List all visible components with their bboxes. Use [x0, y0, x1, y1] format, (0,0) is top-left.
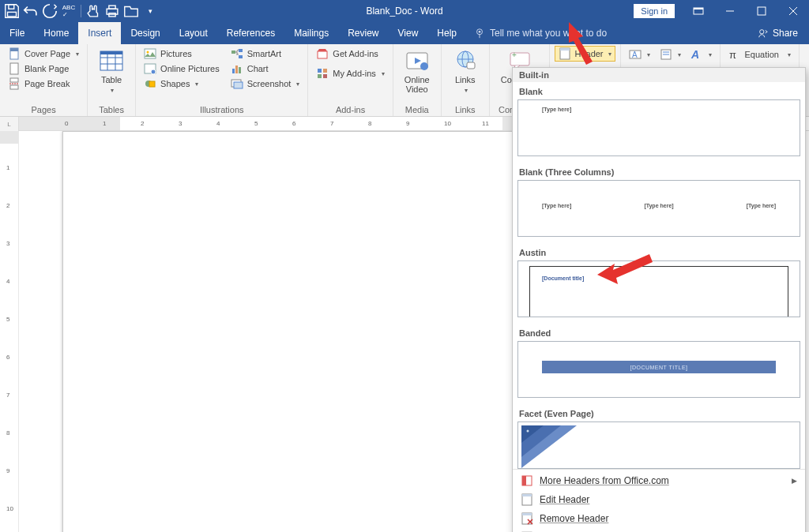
- group-label-addins: Add-ins: [308, 105, 392, 116]
- svg-rect-8: [758, 7, 766, 15]
- hand-icon[interactable]: [85, 2, 102, 20]
- text-box-button[interactable]: A▾: [626, 47, 653, 62]
- svg-point-30: [151, 69, 156, 74]
- ribbon-display-icon[interactable]: [683, 0, 714, 22]
- tab-references[interactable]: References: [217, 22, 284, 44]
- shapes-icon: [144, 77, 156, 90]
- ribbon-tabs: File Home Insert Design Layout Reference…: [0, 22, 809, 44]
- gallery-item-label: Facet (Even Page): [517, 404, 800, 421]
- close-icon[interactable]: [777, 0, 809, 22]
- gallery-item-blank[interactable]: [Type here]: [517, 99, 800, 156]
- minimize-icon[interactable]: [714, 0, 746, 22]
- tab-design[interactable]: Design: [121, 22, 169, 44]
- my-addins-button[interactable]: My Add-ins▾: [313, 66, 387, 81]
- redo-icon[interactable]: [41, 2, 58, 20]
- shapes-button[interactable]: Shapes▾: [141, 77, 223, 91]
- svg-point-28: [147, 51, 149, 54]
- svg-rect-36: [232, 69, 235, 73]
- tab-insert[interactable]: Insert: [78, 22, 121, 44]
- window-title: Blank_Doc - Word: [366, 6, 442, 17]
- smartart-button[interactable]: SmartArt: [228, 47, 303, 61]
- cover-page-icon: [8, 47, 21, 60]
- screenshot-icon: [231, 77, 243, 90]
- save-icon[interactable]: [3, 2, 21, 20]
- header-gallery-dropdown: Built-in Blank [Type here] Blank (Three …: [512, 67, 806, 532]
- svg-rect-27: [145, 49, 156, 58]
- page[interactable]: [62, 131, 513, 532]
- signin-button[interactable]: Sign in: [634, 4, 675, 18]
- facet-triangle-icon: [521, 425, 577, 468]
- svg-rect-44: [318, 74, 322, 78]
- tab-review[interactable]: Review: [338, 22, 388, 44]
- blank-page-button[interactable]: Blank Page: [5, 62, 82, 76]
- more-headers-button[interactable]: More Headers from Office.com ▶: [513, 471, 805, 490]
- group-media: Online Video Media: [393, 44, 442, 116]
- equation-button[interactable]: π Equation▾: [725, 47, 794, 62]
- office-icon: [521, 474, 533, 487]
- print-icon[interactable]: [103, 2, 121, 20]
- tab-view[interactable]: View: [389, 22, 428, 44]
- svg-point-13: [479, 31, 481, 33]
- gallery-item-blank-three-columns[interactable]: [Type here] [Type here] [Type here]: [517, 180, 800, 237]
- svg-rect-45: [323, 74, 327, 78]
- pictures-button[interactable]: Pictures: [141, 47, 223, 61]
- svg-rect-35: [239, 55, 243, 58]
- edit-header-button[interactable]: Edit Header: [513, 490, 805, 509]
- svg-rect-26: [100, 51, 122, 54]
- page-break-icon: [8, 77, 21, 90]
- banded-title-bar: [DOCUMENT TITLE]: [542, 361, 776, 373]
- gallery-item-facet-even[interactable]: [517, 421, 800, 469]
- svg-point-14: [760, 30, 764, 34]
- svg-rect-51: [467, 62, 475, 69]
- wordart-button[interactable]: A▾: [687, 47, 715, 62]
- svg-text:π: π: [729, 49, 736, 61]
- table-button[interactable]: Table▾: [92, 47, 130, 96]
- maximize-icon[interactable]: [746, 0, 777, 22]
- share-button[interactable]: Share: [747, 22, 809, 44]
- tab-mailings[interactable]: Mailings: [284, 22, 338, 44]
- svg-rect-17: [10, 63, 18, 74]
- page-break-button[interactable]: Page Break: [5, 77, 82, 91]
- share-label: Share: [773, 28, 798, 39]
- qat-customize-icon[interactable]: ▾: [141, 2, 159, 20]
- group-label-tables: Tables: [88, 105, 135, 116]
- svg-rect-16: [10, 48, 18, 51]
- gallery-item-banded[interactable]: [DOCUMENT TITLE]: [517, 341, 800, 398]
- svg-rect-37: [235, 66, 238, 73]
- pictures-icon: [144, 47, 156, 60]
- online-pictures-icon: [144, 62, 156, 75]
- svg-text:+: +: [512, 51, 517, 59]
- remove-header-button[interactable]: Remove Header: [513, 509, 805, 528]
- links-button[interactable]: Links▾: [446, 47, 484, 96]
- tab-home[interactable]: Home: [34, 22, 78, 44]
- group-tables: Table▾ Tables: [88, 44, 136, 116]
- tab-layout[interactable]: Layout: [170, 22, 217, 44]
- gallery-item-austin[interactable]: [Document title]: [517, 260, 800, 317]
- tab-help[interactable]: Help: [427, 22, 466, 44]
- online-pictures-button[interactable]: Online Pictures: [141, 62, 223, 76]
- gallery-footer: More Headers from Office.com ▶ Edit Head…: [513, 469, 805, 532]
- get-addins-button[interactable]: Get Add-ins: [313, 47, 387, 61]
- svg-rect-18: [10, 78, 18, 82]
- svg-rect-41: [318, 51, 327, 58]
- store-icon: [316, 47, 329, 60]
- screenshot-button[interactable]: Screenshot▾: [228, 77, 303, 91]
- chart-button[interactable]: Chart: [228, 62, 303, 76]
- group-links: Links▾ Links: [442, 44, 490, 116]
- textbox-icon: A: [629, 48, 642, 61]
- cover-page-button[interactable]: Cover Page▾: [5, 47, 82, 61]
- undo-icon[interactable]: [22, 2, 40, 20]
- addins-icon: [316, 67, 329, 80]
- svg-rect-38: [239, 67, 241, 73]
- group-pages: Cover Page▾ Blank Page Page Break Pages: [0, 44, 88, 116]
- group-addins: Get Add-ins My Add-ins▾ Add-ins: [308, 44, 393, 116]
- online-video-button[interactable]: Online Video: [398, 47, 436, 96]
- tab-file[interactable]: File: [0, 22, 34, 44]
- quick-parts-button[interactable]: ▾: [657, 47, 684, 62]
- spelling-icon[interactable]: ABC✓: [60, 2, 77, 20]
- folder-icon[interactable]: [122, 2, 140, 20]
- vertical-ruler[interactable]: 12345678910: [0, 131, 19, 532]
- gallery-scroll[interactable]: Blank [Type here] Blank (Three Columns) …: [513, 82, 805, 469]
- video-icon: [404, 48, 430, 73]
- svg-rect-40: [234, 82, 243, 88]
